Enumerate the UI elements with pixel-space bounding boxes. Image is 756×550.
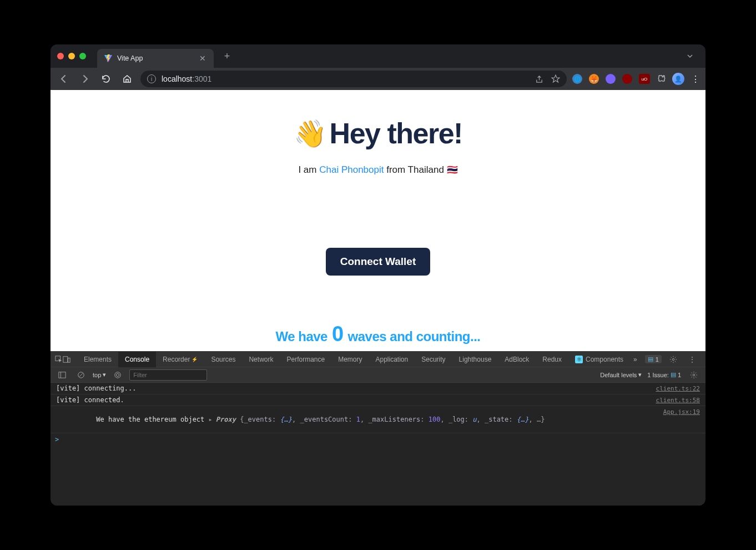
- wave-emoji-icon: 👋: [294, 118, 326, 149]
- clear-console-icon[interactable]: [74, 368, 88, 382]
- devtools-tab-lighthouse[interactable]: Lighthouse: [452, 352, 498, 367]
- close-tab-button[interactable]: ✕: [198, 54, 207, 63]
- new-tab-button[interactable]: +: [219, 48, 235, 64]
- devtools-menu-icon[interactable]: ⋮: [685, 352, 699, 367]
- window-controls: [57, 53, 86, 59]
- devtools-tab-adblock[interactable]: AdBlock: [498, 352, 536, 367]
- devtools-tab-performance[interactable]: Performance: [280, 352, 331, 367]
- console-output[interactable]: [vite] connecting... client.ts:22 [vite]…: [51, 383, 705, 506]
- tabs-dropdown-button[interactable]: [686, 52, 699, 61]
- profile-avatar[interactable]: 👤: [672, 73, 684, 85]
- svg-rect-4: [68, 358, 70, 362]
- devtools-panel: Elements Console Recorder⚡ Sources Netwo…: [51, 351, 705, 506]
- console-filter-input[interactable]: [129, 369, 207, 381]
- extension-icon[interactable]: 🌐: [572, 74, 582, 84]
- source-link[interactable]: App.jsx:19: [663, 408, 700, 416]
- extension-icons: 🌐 🦊 uO 👤 ⋮: [572, 73, 700, 85]
- devtools-tab-network[interactable]: Network: [242, 352, 280, 367]
- devtools-more-tabs[interactable]: »: [630, 352, 641, 367]
- devtools-tab-elements[interactable]: Elements: [77, 352, 118, 367]
- svg-rect-6: [59, 372, 65, 378]
- react-icon: ⚛: [575, 356, 583, 363]
- page-content: 👋 Hey there! I am Chai Phonbopit from Th…: [51, 90, 705, 351]
- inspect-element-icon[interactable]: [55, 352, 63, 367]
- devtools-tab-recorder[interactable]: Recorder⚡: [156, 352, 204, 367]
- device-toolbar-icon[interactable]: [63, 352, 70, 367]
- console-log-row: [vite] connecting... client.ts:22: [51, 383, 705, 394]
- metamask-extension-icon[interactable]: 🦊: [589, 74, 599, 84]
- source-link[interactable]: client.ts:22: [656, 385, 700, 392]
- extension-icon[interactable]: [606, 74, 616, 84]
- source-link[interactable]: client.ts:58: [656, 397, 700, 404]
- wave-count-number: 0: [332, 323, 344, 344]
- log-levels-select[interactable]: Default levels ▾: [600, 371, 642, 378]
- home-button[interactable]: [119, 71, 135, 87]
- svg-rect-3: [63, 356, 68, 362]
- forward-button[interactable]: [77, 71, 93, 87]
- back-button[interactable]: [56, 71, 72, 87]
- devtools-tab-sources[interactable]: Sources: [204, 352, 242, 367]
- extensions-puzzle-icon[interactable]: [657, 74, 666, 83]
- chevron-down-icon: ▾: [638, 371, 642, 378]
- author-link[interactable]: Chai Phonbopit: [319, 164, 384, 175]
- reload-button[interactable]: [98, 71, 114, 87]
- browser-toolbar: i localhost:3001 🌐 🦊 uO 👤: [51, 68, 705, 90]
- expand-caret-icon[interactable]: ▸: [209, 416, 213, 423]
- site-info-icon[interactable]: i: [147, 74, 156, 83]
- message-icon: ▤: [671, 371, 676, 378]
- chevron-down-icon: ▾: [103, 371, 106, 378]
- wave-count-text: We have 0 waves and counting...: [276, 323, 481, 344]
- svg-point-11: [115, 372, 121, 378]
- devtools-settings-icon[interactable]: [666, 352, 681, 367]
- extension-icon[interactable]: [622, 74, 632, 84]
- share-icon[interactable]: [535, 75, 543, 83]
- browser-menu-icon[interactable]: ⋮: [691, 74, 700, 84]
- ublock-extension-icon[interactable]: uO: [639, 74, 650, 84]
- live-expression-icon[interactable]: [110, 368, 125, 382]
- devtools-tab-redux[interactable]: Redux: [536, 352, 568, 367]
- bookmark-icon[interactable]: [551, 74, 560, 83]
- minimize-window-button[interactable]: [68, 53, 75, 59]
- devtools-tab-memory[interactable]: Memory: [331, 352, 369, 367]
- intro-text: I am Chai Phonbopit from Thailand 🇹🇭: [298, 164, 457, 176]
- console-context-select[interactable]: top ▾: [93, 371, 106, 378]
- devtools-close-icon[interactable]: [704, 352, 705, 367]
- devtools-tabbar: Elements Console Recorder⚡ Sources Netwo…: [51, 352, 705, 367]
- devtools-tab-security[interactable]: Security: [415, 352, 452, 367]
- address-bar[interactable]: i localhost:3001: [140, 71, 567, 87]
- console-log-row: [vite] connected. client.ts:58: [51, 394, 705, 406]
- tab-title: Vite App: [117, 54, 194, 62]
- issues-button[interactable]: 1 Issue: ▤ 1: [647, 371, 681, 378]
- svg-point-5: [672, 358, 674, 361]
- devtools-tab-application[interactable]: Application: [369, 352, 415, 367]
- tab-bar: Vite App ✕ +: [51, 44, 705, 68]
- close-window-button[interactable]: [57, 53, 64, 59]
- connect-wallet-button[interactable]: Connect Wallet: [326, 248, 431, 276]
- devtools-tab-components[interactable]: ⚛ Components: [568, 352, 630, 367]
- browser-tab[interactable]: Vite App ✕: [97, 49, 214, 68]
- browser-window: Vite App ✕ + i localhost:3001: [51, 44, 705, 506]
- url-text: localhost:3001: [162, 74, 211, 83]
- console-settings-icon[interactable]: [687, 368, 701, 382]
- thailand-flag-icon: 🇹🇭: [447, 165, 458, 174]
- vite-favicon-icon: [104, 54, 113, 63]
- devtools-console-toolbar: top ▾ Default levels ▾ 1 Issue: ▤ 1: [51, 367, 705, 383]
- console-sidebar-toggle-icon[interactable]: [55, 368, 69, 382]
- hero-title: 👋 Hey there!: [294, 117, 462, 150]
- console-prompt[interactable]: >: [51, 433, 705, 446]
- console-log-row: We have the ethereum object ▸Proxy {_eve…: [51, 406, 705, 433]
- devtools-tab-console[interactable]: Console: [118, 352, 156, 367]
- svg-line-9: [79, 373, 83, 377]
- svg-point-12: [693, 374, 695, 376]
- message-icon: ▤: [648, 356, 653, 363]
- devtools-errors-badge[interactable]: ▤ 1: [645, 355, 662, 363]
- svg-point-10: [117, 373, 119, 376]
- maximize-window-button[interactable]: [79, 53, 86, 59]
